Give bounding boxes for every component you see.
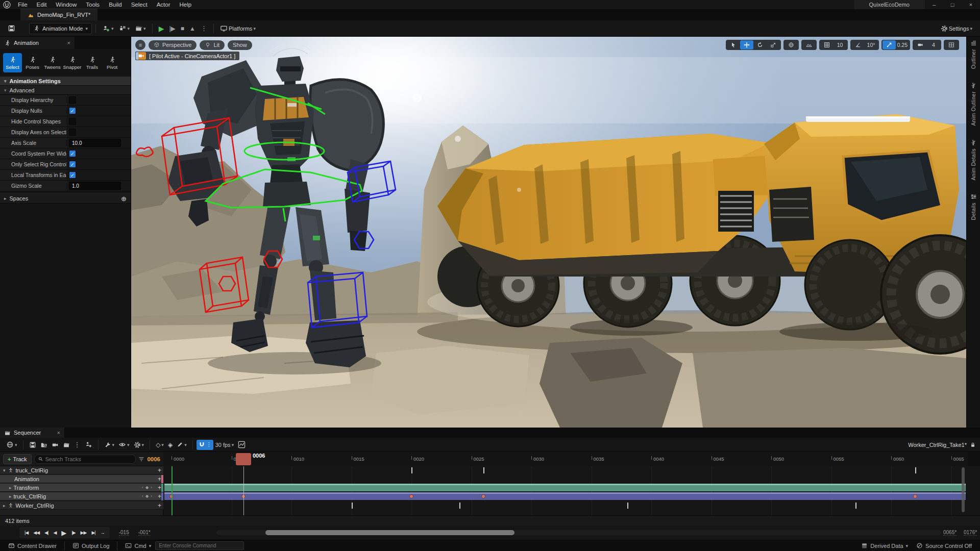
playhead-marker[interactable] xyxy=(236,453,251,465)
project-name[interactable]: QuixelEcoDemo xyxy=(854,0,925,9)
track-row-worker_ctrlrig[interactable]: ▸Worker_CtrlRig+ xyxy=(0,502,163,510)
checkbox[interactable]: ✓ xyxy=(69,107,76,114)
play-from-here-button[interactable]: |▶ xyxy=(166,25,178,32)
menu-item-select[interactable]: Select xyxy=(127,2,152,8)
key-nav-controls[interactable]: ‹ ◆ › xyxy=(142,494,153,498)
take-label[interactable]: Worker_CtrlRig_Take1* xyxy=(908,442,976,448)
grid-snap-value[interactable]: 10 xyxy=(834,40,847,49)
add-track-plus-actor-icon[interactable] xyxy=(83,440,94,450)
menu-item-actor[interactable]: Actor xyxy=(152,2,175,8)
filter-icon[interactable] xyxy=(138,456,144,462)
source-control-button[interactable]: Source Control Off xyxy=(912,540,976,551)
play-options-kebab-icon[interactable]: ⋮ xyxy=(198,24,210,32)
sequencer-tab[interactable]: Sequencer × xyxy=(0,428,64,438)
expander-caret-icon[interactable]: ▸ xyxy=(3,503,6,508)
keyframe-dot[interactable] xyxy=(409,494,413,498)
eject-button[interactable]: ▲ xyxy=(187,25,198,32)
advanced-header[interactable]: ▾Advanced xyxy=(0,86,131,95)
key-tick[interactable] xyxy=(483,467,484,473)
viewport-3d[interactable]: ≡ PerspectiveLitShow [ Pilot Active - Ci… xyxy=(131,37,966,428)
key-tick[interactable] xyxy=(627,503,628,509)
view-range-start[interactable]: -015 xyxy=(119,530,129,536)
viewport-pill-lit[interactable]: Lit xyxy=(200,40,225,50)
play-reverse-button[interactable]: ◀ xyxy=(51,530,58,535)
menu-item-help[interactable]: Help xyxy=(175,2,197,8)
find-in-content-browser-icon[interactable] xyxy=(38,440,50,450)
lock-icon[interactable] xyxy=(970,442,976,448)
menu-item-tools[interactable]: Tools xyxy=(81,2,104,8)
add-track-button[interactable]: +Track xyxy=(3,454,32,464)
key-tick[interactable] xyxy=(915,467,916,473)
track-row-animation[interactable]: Animation+ xyxy=(0,475,163,483)
next-key-button[interactable]: ▶▶ xyxy=(79,530,89,535)
timeline-area[interactable] xyxy=(163,466,968,515)
mode-button-select[interactable]: Select xyxy=(3,53,22,72)
camera-speed-value[interactable]: 4 xyxy=(927,40,940,49)
level-tab[interactable]: DemoMap_Fin_RVT* xyxy=(20,9,97,20)
spaces-add-icon[interactable]: ⊕ xyxy=(121,195,127,203)
track-row-transform[interactable]: ▸Transform‹ ◆ ›+ xyxy=(0,484,163,492)
working-range-start[interactable]: -001* xyxy=(138,530,151,536)
animation-settings-header[interactable]: ▾Animation Settings xyxy=(0,77,131,86)
viewport-menu-burger-icon[interactable]: ≡ xyxy=(135,40,145,50)
checkbox[interactable]: ✓ xyxy=(69,171,76,179)
settings-button[interactable]: Settings ▾ xyxy=(938,25,975,32)
mode-button-snapper[interactable]: Snapper xyxy=(63,53,82,72)
mode-button-tweens[interactable]: Tweens xyxy=(43,53,62,72)
keyframe-dot[interactable] xyxy=(481,494,485,498)
timeline-scrollbar[interactable] xyxy=(216,530,941,535)
surface-snap-icon[interactable] xyxy=(802,40,816,49)
close-button[interactable]: × xyxy=(962,0,980,9)
value-input[interactable]: 10.0 xyxy=(69,139,121,147)
search-tracks-input[interactable]: Search Tracks xyxy=(34,455,136,464)
auto-key-button[interactable]: ◈ xyxy=(166,440,175,450)
timeline-vertical-scrollbar[interactable] xyxy=(962,467,965,512)
key-tick[interactable] xyxy=(459,503,460,509)
add-section-plus-icon[interactable]: + xyxy=(158,484,161,491)
transform-track-band[interactable] xyxy=(164,484,966,491)
sequencer-view-options-button[interactable]: ▾ xyxy=(116,440,132,450)
sequencer-playback-options-button[interactable]: ▾ xyxy=(132,440,146,450)
add-section-plus-icon[interactable]: + xyxy=(158,502,161,509)
rotate-tool-icon[interactable] xyxy=(753,40,767,49)
scale-snap-button[interactable] xyxy=(883,40,896,49)
console-command-input[interactable]: Enter Console Command xyxy=(155,541,244,550)
maximize-viewport-icon[interactable] xyxy=(945,40,958,49)
key-tick[interactable] xyxy=(855,503,856,509)
select-tool-icon[interactable] xyxy=(727,40,740,49)
spaces-header[interactable]: ▸ Spaces ⊕ xyxy=(0,193,131,204)
menu-item-file[interactable]: File xyxy=(13,2,32,8)
scale-snap-value[interactable]: 0.25 xyxy=(896,40,909,49)
add-actor-button[interactable]: ▾ xyxy=(100,24,116,33)
minimize-button[interactable]: – xyxy=(925,0,943,9)
checkbox[interactable]: ✓ xyxy=(69,150,76,157)
camera-speed-button[interactable] xyxy=(914,40,927,49)
create-camera-icon[interactable] xyxy=(61,440,72,450)
checkbox[interactable] xyxy=(69,129,76,136)
move-tool-icon[interactable] xyxy=(740,40,753,49)
pilot-active-bar[interactable]: [ Pilot Active - CineCameraActor1 ] xyxy=(135,52,239,60)
working-range-end[interactable]: 0176* xyxy=(964,530,977,536)
mode-button-trails[interactable]: Trails xyxy=(83,53,102,72)
expander-caret-icon[interactable]: ▾ xyxy=(3,468,6,473)
keyframe-dot[interactable] xyxy=(913,494,917,498)
menu-item-build[interactable]: Build xyxy=(104,2,127,8)
key-tick[interactable] xyxy=(411,467,412,473)
key-nav-controls[interactable]: ‹ ◆ › xyxy=(142,485,153,490)
checkbox[interactable] xyxy=(69,96,76,104)
sidebar-tab-anim-outliner[interactable]: Anim Outliner xyxy=(970,82,977,126)
step-back-button[interactable]: ◀| xyxy=(42,530,50,535)
sidebar-tab-details[interactable]: Details xyxy=(970,193,977,220)
viewport-pill-show[interactable]: Show xyxy=(228,40,252,50)
checkbox[interactable]: ✓ xyxy=(69,161,76,168)
ctrlrig-track-band[interactable] xyxy=(164,492,966,500)
grid-snap-button[interactable] xyxy=(820,40,834,49)
angle-snap-button[interactable] xyxy=(851,40,865,49)
view-range-end[interactable]: 0065* xyxy=(943,530,957,536)
sidebar-tab-outliner[interactable]: Outliner xyxy=(970,40,977,69)
output-log-button[interactable]: Output Log xyxy=(68,540,113,551)
animation-panel-tab[interactable]: Animation × xyxy=(0,37,75,49)
timeline-ruler[interactable]: 0000000500100015002000250030003500400045… xyxy=(163,452,968,467)
track-row-truck_ctrlrig[interactable]: ▸truck_CtrlRig‹ ◆ ›+ xyxy=(0,492,163,500)
add-section-plus-icon[interactable]: + xyxy=(158,467,161,474)
